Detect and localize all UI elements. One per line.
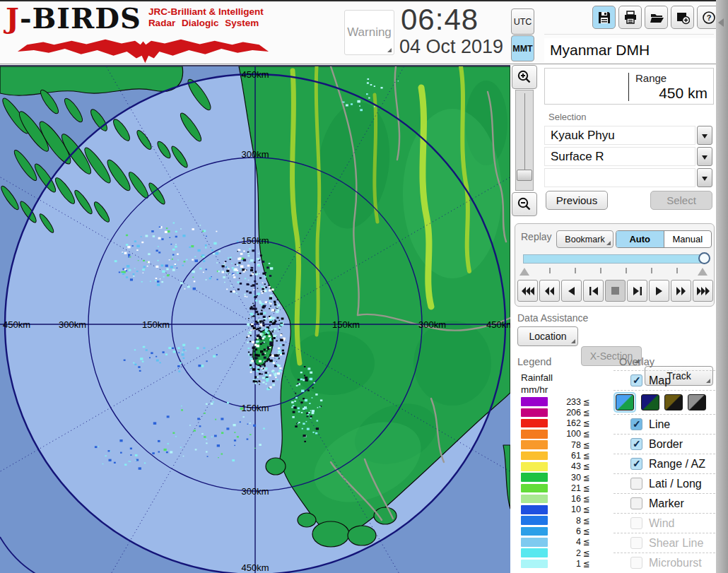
capture-add-button[interactable] — [671, 6, 694, 29]
legend-le-symbol: ≦ — [583, 537, 590, 547]
legend-entry: 61≦ — [521, 451, 590, 460]
checkbox — [630, 517, 642, 529]
legend-entry: 162≦ — [521, 419, 590, 428]
legend-color-swatch — [521, 548, 548, 557]
checkbox[interactable] — [630, 418, 642, 430]
product-dropdown[interactable]: Surface R — [544, 147, 695, 166]
radar-map[interactable]: 450km 300km 150km 150km 300km 450km 450k… — [0, 65, 510, 573]
checkbox[interactable] — [630, 497, 642, 509]
legend-value: 2 — [548, 548, 583, 558]
svg-text:300km: 300km — [418, 319, 446, 330]
stop-button[interactable] — [605, 280, 626, 302]
help-icon: ? — [702, 11, 716, 25]
legend-value: 233 — [548, 397, 583, 407]
location-button[interactable]: Location — [517, 326, 578, 346]
svg-text:300km: 300km — [241, 486, 269, 497]
legend-le-symbol: ≦ — [583, 526, 590, 536]
legend-le-symbol: ≦ — [583, 451, 590, 461]
svg-text:150km: 150km — [332, 319, 360, 330]
extra-dropdown[interactable] — [544, 168, 695, 187]
legend-le-symbol: ≦ — [583, 483, 590, 493]
fastest-rewind-button[interactable] — [517, 280, 538, 302]
svg-text:?: ? — [706, 13, 711, 22]
play-button[interactable] — [649, 280, 669, 302]
playback-controls — [517, 280, 713, 302]
mmt-button[interactable]: MMT — [511, 35, 534, 61]
utc-button[interactable]: UTC — [511, 8, 534, 35]
zoom-slider-track[interactable] — [515, 90, 534, 191]
panel-edge-strip — [716, 0, 728, 573]
warning-button[interactable]: Warning — [344, 10, 394, 55]
fast-forward-button[interactable] — [671, 280, 691, 302]
slider-start-marker — [519, 268, 529, 276]
replay-label: Replay — [521, 231, 552, 242]
map-style-swatch[interactable] — [664, 394, 683, 410]
jbirds-logo: J-BIRDS JRC-Brilliant & Intelligent Rada… — [6, 3, 285, 64]
zoom-slider-thumb[interactable] — [517, 170, 532, 181]
slider-tick — [626, 268, 627, 273]
previous-button[interactable]: Previous — [546, 191, 608, 210]
overlay-item-label: Shear Line — [649, 537, 703, 550]
slider-tick — [651, 268, 652, 273]
logo-title: J-BIRDS — [6, 3, 141, 34]
map-style-swatch[interactable] — [641, 394, 659, 410]
legend-value: 16 — [548, 494, 583, 504]
range-value: 450 km — [659, 85, 708, 102]
slider-handle[interactable] — [698, 252, 710, 264]
product-dropdown-button[interactable] — [697, 147, 712, 166]
checkbox — [630, 537, 642, 549]
legend-value: 78 — [548, 440, 583, 450]
selected-map-style — [613, 392, 636, 413]
site-dropdown-button[interactable] — [697, 126, 712, 145]
step-forward-button[interactable] — [627, 280, 647, 302]
map-style-swatch[interactable] — [688, 394, 706, 410]
legend-color-swatch — [521, 560, 548, 569]
range-box: Range 450 km — [544, 68, 714, 105]
print-button[interactable] — [618, 6, 642, 29]
checkbox[interactable] — [630, 438, 642, 450]
legend-le-symbol: ≦ — [583, 429, 590, 439]
clock-date: 04 Oct 2019 — [399, 36, 516, 58]
legend-le-symbol: ≦ — [583, 494, 590, 504]
overlay-item-range-az: Range / AZ — [613, 454, 715, 473]
fastest-forward-button[interactable] — [693, 280, 713, 302]
open-folder-button[interactable] — [645, 6, 668, 29]
checkbox[interactable] — [630, 374, 642, 386]
bookmark-button[interactable]: Bookmark — [556, 230, 613, 248]
zoom-out-button[interactable] — [512, 192, 537, 216]
legend-entry: 21≦ — [521, 483, 590, 492]
zoom-in-button[interactable] — [512, 65, 537, 89]
legend-value: 6 — [548, 526, 583, 536]
legend-value: 162 — [548, 418, 583, 428]
legend-entry: 43≦ — [521, 462, 590, 471]
replay-slider[interactable] — [523, 254, 705, 264]
legend-entry: 1≦ — [521, 559, 590, 568]
site-dropdown[interactable]: Kyauk Phyu — [544, 126, 695, 145]
fast-rewind-button[interactable] — [539, 280, 560, 302]
step-back-button[interactable] — [583, 280, 604, 302]
legend-color-swatch — [521, 462, 548, 471]
checkbox[interactable] — [630, 478, 642, 490]
overlay-item-label: Line — [649, 418, 670, 431]
manual-button[interactable]: Manual — [664, 231, 712, 247]
slider-tick — [575, 268, 576, 273]
legend-le-symbol: ≦ — [583, 418, 590, 428]
map-style-swatch[interactable] — [616, 394, 634, 410]
legend-unit-rainfall: Rainfall — [521, 372, 553, 383]
save-button[interactable] — [592, 6, 616, 29]
print-icon — [623, 11, 638, 25]
overlay-item-label: Border — [649, 438, 683, 451]
overlay-label: Overlay — [619, 356, 654, 367]
collapse-panel-arrow[interactable] — [718, 18, 724, 27]
slider-tick — [676, 268, 678, 273]
auto-button[interactable]: Auto — [616, 231, 664, 247]
checkbox[interactable] — [630, 458, 642, 470]
legend-le-symbol: ≦ — [583, 397, 590, 407]
legend-unit-mmhr: mm/hr — [521, 384, 548, 395]
svg-text:450km: 450km — [241, 69, 269, 80]
play-reverse-button[interactable] — [561, 280, 582, 302]
legend-entry: 6≦ — [521, 526, 590, 536]
legend-color-swatch — [521, 408, 548, 418]
extra-dropdown-button[interactable] — [697, 168, 712, 187]
overlay-item-label: Map — [649, 374, 671, 387]
